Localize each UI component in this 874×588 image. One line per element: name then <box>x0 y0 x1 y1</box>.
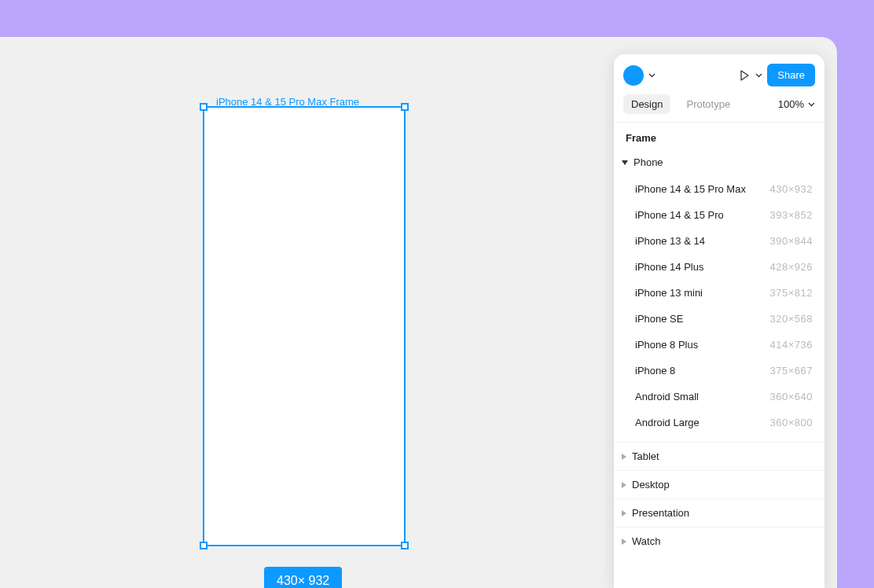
zoom-value: 100% <box>778 98 804 110</box>
category-label: Watch <box>632 535 660 547</box>
preset-dim: 360×800 <box>770 417 813 428</box>
chevron-down-icon <box>808 102 815 107</box>
disclosure-triangle-icon <box>622 454 626 460</box>
panel-header: Share <box>614 54 824 94</box>
resize-handle-top-left[interactable] <box>200 103 207 111</box>
disclosure-triangle-icon <box>622 510 626 516</box>
preset-name: iPhone 13 mini <box>635 287 703 299</box>
selected-frame[interactable] <box>203 106 406 546</box>
avatar-dropdown-icon[interactable] <box>648 71 656 79</box>
frame-categories: Phone iPhone 14 & 15 Pro Max 430×932 iPh… <box>614 152 824 588</box>
preset-name: Android Small <box>635 391 699 402</box>
share-button[interactable]: Share <box>767 64 815 86</box>
category-desktop[interactable]: Desktop <box>614 470 824 498</box>
preset-dim: 393×852 <box>770 209 813 221</box>
play-icon[interactable] <box>738 69 751 82</box>
tab-prototype[interactable]: Prototype <box>678 94 738 114</box>
preset-iphone-13-mini[interactable]: iPhone 13 mini 375×812 <box>614 280 824 306</box>
preset-iphone-14-15-pro[interactable]: iPhone 14 & 15 Pro 393×852 <box>614 202 824 228</box>
preset-dim: 414×736 <box>770 339 813 351</box>
preset-name: iPhone 8 Plus <box>635 339 698 351</box>
tabs-row: Design Prototype 100% <box>614 94 824 122</box>
preset-dim: 430×932 <box>770 183 813 195</box>
preset-iphone-13-14[interactable]: iPhone 13 & 14 390×844 <box>614 228 824 254</box>
preset-iphone-se[interactable]: iPhone SE 320×568 <box>614 306 824 332</box>
user-avatar[interactable] <box>623 65 644 86</box>
properties-panel: Share Design Prototype 100% Frame Phone … <box>614 54 824 588</box>
preset-name: iPhone 8 <box>635 365 675 377</box>
tab-design[interactable]: Design <box>623 94 670 114</box>
category-label: Desktop <box>632 479 670 491</box>
category-phone[interactable]: Phone <box>614 152 824 176</box>
category-watch[interactable]: Watch <box>614 527 824 555</box>
preset-dim: 390×844 <box>770 235 813 247</box>
category-label: Presentation <box>632 507 689 519</box>
resize-handle-top-right[interactable] <box>401 103 409 111</box>
preset-android-large[interactable]: Android Large 360×800 <box>614 410 824 435</box>
resize-handle-bottom-right[interactable] <box>401 542 409 549</box>
preset-iphone-8[interactable]: iPhone 8 375×667 <box>614 358 824 384</box>
preset-name: iPhone 13 & 14 <box>635 235 705 247</box>
category-presentation[interactable]: Presentation <box>614 498 824 527</box>
preset-iphone-8-plus[interactable]: iPhone 8 Plus 414×736 <box>614 332 824 358</box>
preset-dim: 428×926 <box>770 261 813 273</box>
preset-dim: 375×667 <box>770 365 813 377</box>
preset-dim: 320×568 <box>770 313 813 325</box>
preset-dim: 360×640 <box>770 391 813 402</box>
preset-name: iPhone 14 & 15 Pro <box>635 209 724 221</box>
preset-name: iPhone SE <box>635 313 683 325</box>
preset-dim: 375×812 <box>770 287 813 299</box>
preset-android-small[interactable]: Android Small 360×640 <box>614 384 824 410</box>
category-label: Tablet <box>632 450 659 462</box>
preset-iphone-14-15-pro-max[interactable]: iPhone 14 & 15 Pro Max 430×932 <box>614 176 824 202</box>
category-label: Phone <box>633 156 663 168</box>
frame-section-title: Frame <box>614 122 824 152</box>
preset-name: iPhone 14 & 15 Pro Max <box>635 183 746 195</box>
preset-name: iPhone 14 Plus <box>635 261 703 273</box>
phone-presets: iPhone 14 & 15 Pro Max 430×932 iPhone 14… <box>614 176 824 442</box>
disclosure-triangle-icon <box>622 538 626 545</box>
resize-handle-bottom-left[interactable] <box>200 542 207 549</box>
play-dropdown-icon[interactable] <box>755 71 762 79</box>
zoom-dropdown[interactable]: 100% <box>778 98 815 110</box>
dimension-badge: 430× 932 <box>264 567 342 588</box>
preset-iphone-14-plus[interactable]: iPhone 14 Plus 428×926 <box>614 254 824 280</box>
category-tablet[interactable]: Tablet <box>614 442 824 470</box>
disclosure-triangle-icon <box>622 160 628 165</box>
disclosure-triangle-icon <box>622 482 626 488</box>
preset-name: Android Large <box>635 417 700 428</box>
